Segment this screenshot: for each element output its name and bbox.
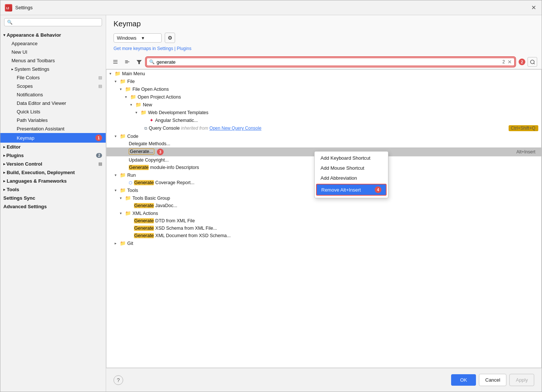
tree-node-git[interactable]: ▸ 📁 Git [106,239,541,247]
tree-node-web-dev-templates[interactable]: ▾ 📁 Web Development Templates [106,109,541,116]
sidebar-item-scopes[interactable]: Scopes ▤ [0,82,106,90]
tree-node-new[interactable]: ▾ 📁 New [106,101,541,109]
scopes-icon: ▤ [98,84,102,89]
node-label: XML Actions [132,211,538,216]
sidebar-group-editor[interactable]: ▸ Editor [0,143,106,151]
help-button[interactable]: ? [114,375,123,385]
tree-node-file-open-actions[interactable]: ▾ 📁 File Open Actions [106,85,541,93]
context-menu-add-mouse-shortcut[interactable]: Add Mouse Shortcut [315,163,388,173]
sidebar-item-quick-lists[interactable]: Quick Lists [0,107,106,116]
svg-line-10 [534,63,535,64]
sidebar-item-keymap[interactable]: Keymap 1 [0,133,106,143]
context-menu-add-keyboard-shortcut[interactable]: Add Keyboard Shortcut [315,153,388,163]
tree-node-generate-dtd[interactable]: Generate DTD from XML File [106,217,541,225]
keymap-step-badge: 1 [95,134,102,141]
context-menu-add-abbreviation[interactable]: Add Abbreviation [315,173,388,183]
node-label: Delegate Methods... [129,141,538,146]
search-clear-icon[interactable]: ✕ [507,59,512,65]
tree-node-code[interactable]: ▾ 📁 Code [106,132,541,140]
tree-node-open-project-actions[interactable]: ▾ 📁 Open Project Actions [106,93,541,101]
ok-button[interactable]: OK [451,374,476,386]
inherited-text: inherited from [181,126,210,131]
sidebar-item-presentation-assistant[interactable]: Presentation Assistant [0,124,106,133]
sidebar-group-appearance-behavior[interactable]: ▾ Appearance & Behavior [0,31,106,39]
folder-icon: 📁 [120,172,126,178]
sidebar-item-data-editor[interactable]: Data Editor and Viewer [0,99,106,107]
tree-node-xml-actions[interactable]: ▾ 📁 XML Actions [106,209,541,217]
sidebar-search-input[interactable] [14,20,99,25]
keymap-preset-select[interactable]: Windows ▾ [114,33,162,43]
node-label: Generate XSD Schema from XML File... [134,226,538,231]
folder-icon: 📁 [125,210,131,216]
sidebar-item-appearance[interactable]: Appearance [0,39,106,48]
context-menu: Add Keyboard Shortcut Add Mouse Shortcut… [314,151,388,198]
node-label: New [143,102,538,107]
title-bar: IJ Settings ✕ [0,0,542,15]
filter-button[interactable] [134,57,144,67]
chevron-icon: ▾ [115,134,120,138]
sidebar-group-plugins[interactable]: ▸ Plugins 2 [0,151,106,160]
node-label: Open Project Actions [138,94,538,100]
sidebar-group-version-control[interactable]: ▸ Version Control ▤ [0,160,106,168]
tree-node-query-console[interactable]: ⧉ Query Console inherited from Open New … [106,124,541,132]
window-title: Settings [15,5,33,10]
sidebar-item-new-ui[interactable]: New UI [0,48,106,56]
sidebar-group-settings-sync[interactable]: Settings Sync [0,194,106,202]
generate-highlight: Generate [134,233,154,238]
chevron-right-icon: ▸ [12,67,13,71]
bottom-right: OK Cancel Apply [451,374,534,386]
sidebar-group-tools[interactable]: ▸ Tools [0,185,106,194]
tree-node-generate-xml-doc[interactable]: Generate XML Document from XSD Schema... [106,232,541,239]
svg-rect-6 [125,62,129,62]
node-label: Generate XML Document from XSD Schema... [134,233,538,238]
chevron-icon: ▾ [109,72,115,76]
cancel-button[interactable]: Cancel [479,374,506,386]
sidebar-group-advanced-settings[interactable]: Advanced Settings [0,202,106,211]
sidebar-item-system-settings[interactable]: ▸ System Settings [0,65,106,73]
keymap-toolbar: Windows ▾ ⚙ [114,33,534,43]
ext-icon: ⬡ [129,180,132,185]
keymap-search-input[interactable] [157,59,499,65]
inherited-link[interactable]: Open New Query Console [210,126,262,131]
chevron-icon: ▾ [130,103,135,107]
apply-button[interactable]: Apply [509,374,534,386]
chevron-icon: ▸ [115,241,120,245]
search-field-wrapper: 🔍 2 ✕ [146,57,515,66]
svg-rect-4 [113,63,118,64]
sidebar-item-file-colors[interactable]: File Colors ▤ [0,73,106,82]
collapse-all-button[interactable] [122,57,132,67]
chevron-icon: ▾ [135,110,141,114]
node-label: Web Development Templates [148,110,538,115]
tree-node-generate-xsd[interactable]: Generate XSD Schema from XML File... [106,225,541,232]
sidebar-tree: ▾ Appearance & Behavior Appearance New U… [0,29,106,392]
keymap-tree[interactable]: ▾ 📁 Main Menu ▾ 📁 File ▾ 📁 File Open Act… [106,69,542,368]
shortcut-label: Alt+Insert [516,149,538,155]
remove-step-badge: 4 [375,186,381,193]
close-button[interactable]: ✕ [530,4,537,11]
tree-node-file[interactable]: ▾ 📁 File [106,77,541,85]
sidebar-group-build[interactable]: ▸ Build, Execution, Deployment [0,168,106,177]
tree-node-angular-schematic[interactable]: ✦ Angular Schematic... [106,116,541,124]
chevron-right-icon-plugins: ▸ [3,153,5,157]
chevron-icon: ▾ [115,188,120,192]
angular-icon: ✦ [150,117,154,123]
node-label: Code [127,134,538,139]
tree-node-main-menu[interactable]: ▾ 📁 Main Menu [106,70,541,77]
tree-node-delegate-methods[interactable]: Delegate Methods... [106,140,541,147]
main-panel: Keymap Windows ▾ ⚙ Get more keymaps in S… [106,15,542,392]
tree-node-generate-javadoc[interactable]: Generate JavaDoc... [106,202,541,209]
generate-highlight: Generate [134,226,154,231]
sidebar-search-box[interactable]: 🔍 [4,18,102,26]
expand-all-button[interactable] [111,57,120,67]
sidebar-group-languages[interactable]: ▸ Languages & Frameworks [0,177,106,185]
sidebar-item-notifications[interactable]: Notifications [0,90,106,99]
keymap-gear-button[interactable]: ⚙ [165,33,175,43]
context-menu-remove-shortcut[interactable]: Remove Alt+Insert 4 [316,184,387,196]
node-label: Generate JavaDoc... [134,203,538,208]
get-more-keymaps-link[interactable]: Get more keymaps in Settings | Plugins [114,46,191,51]
chevron-icon: ▾ [115,79,120,83]
search-match-button[interactable] [528,57,537,67]
node-label: Query Console inherited from Open New Qu… [149,126,509,131]
sidebar-item-menus-toolbars[interactable]: Menus and Toolbars [0,56,106,65]
sidebar-item-path-variables[interactable]: Path Variables [0,116,106,124]
